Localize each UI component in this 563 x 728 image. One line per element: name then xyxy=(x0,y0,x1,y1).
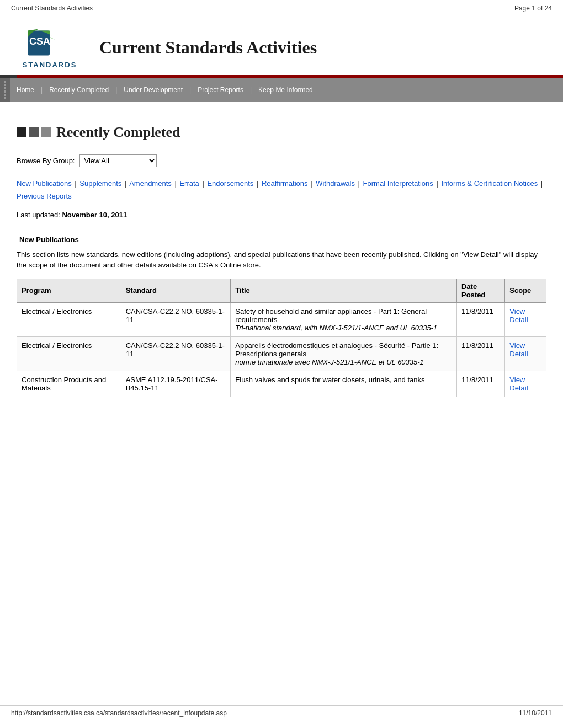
logo-box: CSA STANDARDS xyxy=(17,25,83,69)
nav-bar: Home | Recently Completed | Under Develo… xyxy=(0,78,563,102)
nav-dot-1 xyxy=(4,81,6,83)
browse-group: Browse By Group: View All xyxy=(17,154,546,167)
main-content: Recently Completed Browse By Group: View… xyxy=(0,102,563,408)
link-informs[interactable]: Informs & Certification Notices xyxy=(441,179,538,188)
heading-blocks xyxy=(17,127,51,137)
nav-home[interactable]: Home xyxy=(10,82,41,98)
link-withdrawals[interactable]: Withdrawals xyxy=(316,179,355,188)
cell-standard: CAN/CSA-C22.2 NO. 60335-1-11 xyxy=(121,302,231,336)
cell-standard: CAN/CSA-C22.2 NO. 60335-1-11 xyxy=(121,336,231,371)
new-publications-desc: This section lists new standards, new ed… xyxy=(17,249,546,271)
nav-project-reports[interactable]: Project Reports xyxy=(191,82,250,98)
link-amendments[interactable]: Amendments xyxy=(129,179,172,188)
logo-area: CSA STANDARDS Current Standards Activiti… xyxy=(0,14,563,75)
view-detail-link[interactable]: View Detail xyxy=(509,307,528,324)
page-info: Page 1 of 24 xyxy=(514,4,552,12)
cell-program: Electrical / Electronics xyxy=(17,302,121,336)
cell-title: Appareils électrodomestiques et analogue… xyxy=(231,336,457,371)
browse-label: Browse By Group: xyxy=(17,157,75,165)
svg-text:CSA: CSA xyxy=(29,35,50,46)
cell-program: Electrical / Electronics xyxy=(17,336,121,371)
nav-under-development[interactable]: Under Development xyxy=(117,82,189,98)
table-row: Construction Products and MaterialsASME … xyxy=(17,371,546,397)
nav-dot-4 xyxy=(4,90,6,93)
nav-items: Home | Recently Completed | Under Develo… xyxy=(10,78,320,102)
link-formal-interpretations[interactable]: Formal Interpretations xyxy=(363,179,433,188)
page-title: Current Standards Activities xyxy=(11,4,93,12)
nav-dot-6 xyxy=(4,97,6,99)
csa-logo-icon: CSA xyxy=(25,26,75,60)
col-standard: Standard xyxy=(121,279,231,302)
new-publications-label: New Publications xyxy=(17,235,546,244)
link-previous-reports[interactable]: Previous Reports xyxy=(17,192,72,200)
footer-date: 11/10/2011 xyxy=(519,709,552,717)
col-program: Program xyxy=(17,279,121,302)
link-new-publications[interactable]: New Publications xyxy=(17,179,72,188)
nav-dot-2 xyxy=(4,84,6,86)
cell-scope[interactable]: View Detail xyxy=(505,302,546,336)
link-supplements[interactable]: Supplements xyxy=(79,179,121,188)
heading-block-3 xyxy=(41,127,51,137)
view-detail-link[interactable]: View Detail xyxy=(509,341,528,358)
page-footer: http://standardsactivities.csa.ca/standa… xyxy=(0,705,563,717)
table-row: Electrical / ElectronicsCAN/CSA-C22.2 NO… xyxy=(17,302,546,336)
table-row: Electrical / ElectronicsCAN/CSA-C22.2 NO… xyxy=(17,336,546,371)
standards-text: STANDARDS xyxy=(23,61,77,69)
cell-standard: ASME A112.19.5-2011/CSA-B45.15-11 xyxy=(121,371,231,397)
cell-date-posted: 11/8/2011 xyxy=(456,371,504,397)
cell-scope[interactable]: View Detail xyxy=(505,371,546,397)
last-updated-date: November 10, 2011 xyxy=(62,211,127,219)
nav-keep-me-informed[interactable]: Keep Me Informed xyxy=(252,82,320,98)
nav-recently-completed[interactable]: Recently Completed xyxy=(43,82,115,98)
section-title: Recently Completed xyxy=(56,124,180,141)
col-title: Title xyxy=(231,279,457,302)
link-reaffirmations[interactable]: Reaffirmations xyxy=(262,179,308,188)
page-header: Current Standards Activities Page 1 of 2… xyxy=(0,0,563,14)
cell-date-posted: 11/8/2011 xyxy=(456,336,504,371)
cell-program: Construction Products and Materials xyxy=(17,371,121,397)
cell-title: Safety of household and similar applianc… xyxy=(231,302,457,336)
publications-table: Program Standard Title Date Posted Scope… xyxy=(17,279,546,397)
cell-date-posted: 11/8/2011 xyxy=(456,302,504,336)
heading-block-1 xyxy=(17,127,26,137)
col-date-posted: Date Posted xyxy=(456,279,504,302)
links-section: New Publications | Supplements | Amendme… xyxy=(17,177,546,203)
main-logo-title: Current Standards Activities xyxy=(94,38,317,58)
col-scope: Scope xyxy=(505,279,546,302)
cell-scope[interactable]: View Detail xyxy=(505,336,546,371)
last-updated-label: Last updated: xyxy=(17,211,60,219)
footer-url: http://standardsactivities.csa.ca/standa… xyxy=(11,709,227,717)
last-updated: Last updated: November 10, 2011 xyxy=(17,211,546,219)
nav-accent xyxy=(0,78,10,102)
view-detail-link[interactable]: View Detail xyxy=(509,376,528,392)
heading-block-2 xyxy=(29,127,39,137)
link-endorsements[interactable]: Endorsements xyxy=(207,179,253,188)
nav-dot-5 xyxy=(4,94,6,96)
link-errata[interactable]: Errata xyxy=(179,179,199,188)
nav-dot-3 xyxy=(4,87,6,89)
browse-select[interactable]: View All xyxy=(79,154,157,167)
cell-title: Flush valves and spuds for water closets… xyxy=(231,371,457,397)
section-heading: Recently Completed xyxy=(17,124,546,141)
